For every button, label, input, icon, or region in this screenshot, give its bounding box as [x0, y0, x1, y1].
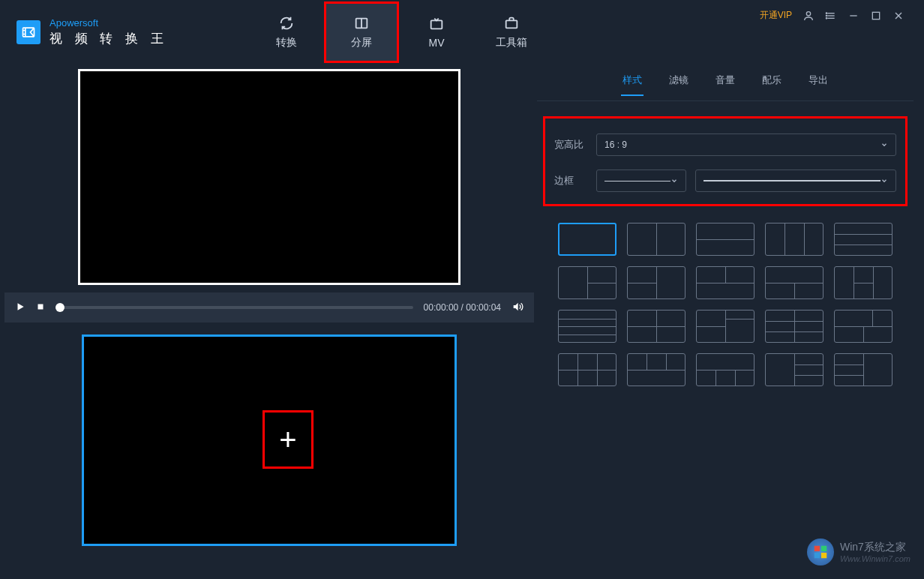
- layout-7[interactable]: [627, 266, 686, 299]
- layout-15[interactable]: [834, 310, 892, 343]
- aspect-value: 16 : 9: [604, 140, 627, 150]
- layout-14[interactable]: [765, 310, 824, 343]
- layout-13[interactable]: [696, 310, 754, 343]
- watermark-logo-icon: [807, 538, 834, 566]
- svg-rect-13: [872, 12, 879, 19]
- nav-mv-label: MV: [429, 37, 445, 49]
- nav-toolbox[interactable]: 工具箱: [474, 2, 549, 63]
- preview-bottom[interactable]: +: [82, 334, 457, 546]
- toolbox-icon: [503, 15, 520, 32]
- tab-filter[interactable]: 滤镜: [668, 70, 690, 96]
- layout-9[interactable]: [765, 266, 824, 299]
- watermark: Win7系统之家 Www.Winwin7.com: [807, 538, 910, 566]
- add-zone[interactable]: +: [262, 410, 314, 469]
- nav-toolbox-label: 工具箱: [496, 36, 527, 50]
- layout-16[interactable]: [558, 353, 616, 386]
- border-width-select[interactable]: [596, 170, 686, 192]
- tab-volume[interactable]: 音量: [714, 70, 736, 96]
- tab-style[interactable]: 样式: [621, 70, 644, 96]
- chevron-down-icon: [670, 177, 678, 184]
- border-label: 边框: [554, 174, 586, 188]
- svg-point-9: [826, 13, 826, 14]
- app-logo-icon: [16, 20, 40, 44]
- layout-grid: [537, 206, 914, 386]
- watermark-title: Win7系统之家: [840, 541, 910, 554]
- plus-icon: +: [279, 424, 296, 454]
- svg-point-5: [806, 11, 810, 15]
- layout-8[interactable]: [696, 266, 754, 299]
- svg-rect-21: [821, 553, 826, 558]
- aspect-select[interactable]: 16 : 9: [596, 134, 896, 156]
- brand-name: Apowersoft: [50, 17, 168, 28]
- brand-subtitle: 视 频 转 换 王: [50, 30, 168, 47]
- svg-rect-18: [814, 546, 820, 551]
- minimize-button[interactable]: [848, 10, 860, 22]
- svg-rect-17: [38, 304, 44, 309]
- menu-icon[interactable]: [825, 10, 837, 22]
- chevron-down-icon: [880, 177, 888, 184]
- stop-button[interactable]: [36, 302, 45, 314]
- layout-11[interactable]: [558, 310, 616, 343]
- layout-10[interactable]: [834, 266, 892, 299]
- titlebar: Apowersoft 视 频 转 换 王 转换 分屏 MV 工具箱 开: [2, 2, 914, 63]
- seek-thumb[interactable]: [56, 303, 64, 312]
- volume-icon[interactable]: [512, 301, 524, 315]
- close-button[interactable]: [892, 10, 904, 22]
- play-button[interactable]: [15, 302, 26, 314]
- vip-button[interactable]: 开通VIP: [760, 9, 792, 22]
- user-icon[interactable]: [802, 10, 814, 22]
- maximize-button[interactable]: [870, 10, 882, 22]
- refresh-icon: [278, 15, 295, 32]
- layout-12[interactable]: [627, 310, 686, 343]
- border-style-select[interactable]: [695, 170, 896, 192]
- player-bar: 00:00:00 / 00:00:04: [4, 292, 534, 322]
- svg-point-10: [826, 15, 826, 16]
- layout-2[interactable]: [627, 223, 686, 256]
- seek-bar[interactable]: [56, 306, 413, 309]
- layout-20[interactable]: [834, 353, 892, 386]
- svg-rect-4: [506, 20, 518, 28]
- layout-1[interactable]: [558, 223, 616, 256]
- nav-convert-label: 转换: [276, 36, 297, 50]
- tab-export[interactable]: 导出: [807, 70, 830, 96]
- svg-rect-20: [814, 553, 820, 558]
- tab-music[interactable]: 配乐: [760, 70, 783, 96]
- layout-6[interactable]: [558, 266, 616, 299]
- nav-mv[interactable]: MV: [399, 2, 474, 63]
- svg-rect-19: [821, 546, 826, 551]
- nav-convert[interactable]: 转换: [249, 2, 324, 63]
- split-icon: [353, 15, 370, 32]
- watermark-url: Www.Winwin7.com: [840, 554, 910, 563]
- layout-17[interactable]: [627, 353, 686, 386]
- mv-icon: [428, 16, 445, 32]
- time-display: 00:00:00 / 00:00:04: [424, 302, 501, 313]
- aspect-label: 宽高比: [554, 138, 586, 152]
- svg-point-11: [826, 17, 826, 18]
- nav-split-label: 分屏: [351, 36, 372, 50]
- layout-18[interactable]: [696, 353, 754, 386]
- chevron-down-icon: [880, 141, 888, 148]
- layout-4[interactable]: [765, 223, 824, 256]
- preview-top: [78, 69, 460, 285]
- layout-5[interactable]: [834, 223, 892, 256]
- nav-split[interactable]: 分屏: [324, 2, 399, 63]
- svg-marker-16: [18, 303, 24, 310]
- settings-panel: 宽高比 16 : 9 边框: [543, 116, 908, 206]
- layout-19[interactable]: [765, 353, 824, 386]
- svg-rect-3: [431, 20, 442, 28]
- layout-3[interactable]: [696, 223, 754, 256]
